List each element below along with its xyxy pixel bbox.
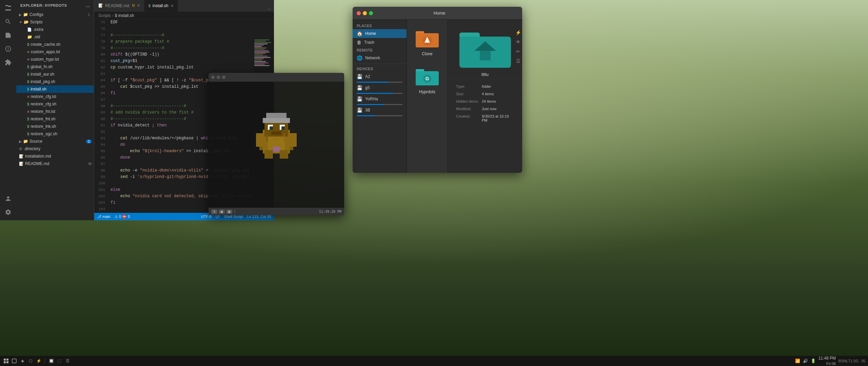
- statusbar-errors[interactable]: ⚠ 0 ⛔ 0: [115, 215, 130, 219]
- fm-maximize-button[interactable]: [369, 11, 373, 15]
- tab-readme-close[interactable]: ✕: [137, 3, 140, 8]
- taskbar-right: 📶 🔊 🔋 11:48 PM Fri 06 BSNL71.5G 35: [795, 356, 865, 366]
- device-g5-fill: [357, 93, 393, 94]
- fm-device-3b[interactable]: 💾 3B: [353, 106, 407, 115]
- activity-explorer[interactable]: [3, 3, 14, 14]
- taskbar-icon-5[interactable]: 🔲: [48, 358, 55, 364]
- term-button-1[interactable]: [211, 76, 215, 79]
- device-g5-progress: [357, 93, 402, 94]
- term-time-area: 11:39:20 PM: [319, 210, 341, 214]
- activity-settings[interactable]: [3, 207, 14, 218]
- fm-sidebar-network[interactable]: 🌐 Network: [353, 54, 407, 62]
- fm-close-button[interactable]: [357, 11, 361, 15]
- svg-rect-26: [263, 118, 290, 123]
- taskbar-icon-1[interactable]: [11, 358, 18, 364]
- sidebar-item-restore-lnk[interactable]: $ restore_lnk.sh: [16, 123, 94, 130]
- terminal-content[interactable]: A ■ ■ | 11:39:20 PM: [209, 82, 344, 215]
- sidebar-item-install-pkg[interactable]: $ install_pkg.sh: [16, 78, 94, 85]
- svg-rect-43: [4, 361, 6, 363]
- sidebar-item-source[interactable]: ▶ 📁 Source 1: [16, 138, 94, 145]
- sidebar-menu-dots[interactable]: ...: [86, 3, 90, 8]
- activity-debug[interactable]: [3, 43, 14, 54]
- fm-side-actions: ⚡ 👁 ✏ ☰: [514, 27, 522, 66]
- sidebar-item-custom-apps[interactable]: ≡ custom_apps.lst: [16, 48, 94, 56]
- fm-devices-section: Devices: [353, 65, 407, 72]
- code-line: EOF: [111, 19, 274, 26]
- fm-folder-pictures[interactable]: Pictures: [445, 63, 448, 98]
- fm-device-a2[interactable]: 💾 A2: [353, 72, 407, 81]
- sidebar-item-old[interactable]: 📁 .old: [16, 33, 94, 41]
- fm-folder-clone[interactable]: Clone: [412, 25, 442, 60]
- sidebar-item-install-sh[interactable]: $ install.sh: [16, 85, 94, 93]
- tab-readme[interactable]: 📝 README.md M ✕: [94, 0, 144, 12]
- svg-rect-30: [281, 126, 285, 130]
- fm-sidebar-home[interactable]: 🏠 Home: [353, 29, 407, 38]
- tab-install[interactable]: $ install.sh ✕: [144, 0, 178, 12]
- tab-install-close[interactable]: ✕: [171, 4, 174, 8]
- taskbar-icon-6[interactable]: ⬚: [56, 358, 63, 364]
- fm-folder-hyprdots[interactable]: G Hyprdots: [412, 63, 442, 98]
- taskbar-icon-4[interactable]: ⚡: [35, 358, 42, 364]
- fm-minimize-button[interactable]: [363, 11, 367, 15]
- statusbar-branch[interactable]: ⎇ main: [97, 215, 111, 219]
- home-icon: 🏠: [357, 31, 362, 36]
- fm-action-1[interactable]: ⚡: [514, 28, 522, 37]
- taskbar-icon-7[interactable]: ☰: [64, 358, 71, 364]
- pokemon-display: [211, 84, 341, 196]
- term-indicator-mid: ■: [219, 209, 225, 214]
- sidebar-item-restore-cfg-sh[interactable]: $ restore_cfg.sh: [16, 100, 94, 108]
- fm-device-yorha[interactable]: 💾 YoRHa: [353, 95, 407, 103]
- sidebar-item-restore-sgz[interactable]: $ restore_sgz.sh: [16, 130, 94, 138]
- hyprdots-folder-icon: G: [415, 67, 439, 87]
- activity-bar-bottom: [0, 193, 16, 218]
- fm-action-4[interactable]: ☰: [514, 57, 522, 65]
- sidebar-item-installation-md[interactable]: 📝 installation.md: [16, 152, 94, 160]
- sidebar-header: EXPLORER: HYPRDOTS ...: [16, 0, 94, 11]
- fm-sidebar-trash[interactable]: 🗑 Trash: [353, 38, 407, 47]
- activity-bar: [0, 0, 16, 220]
- sidebar-item-readme[interactable]: 📝 README.md M: [16, 160, 94, 167]
- taskbar-clock[interactable]: 11:48 PM Fri 06: [818, 356, 836, 366]
- fm-divider: [353, 64, 407, 64]
- fm-info-panel: tittu Type: folder Size: 4 items Hidden …: [448, 20, 522, 173]
- fm-action-2[interactable]: 👁: [514, 38, 522, 46]
- fm-device-g5[interactable]: 💾 g5: [353, 83, 407, 92]
- taskbar-divider: [45, 358, 45, 364]
- sidebar-item-scripts[interactable]: ▼ 📂 Scripts: [16, 18, 94, 26]
- sidebar-item-configs[interactable]: ▶ 📁 Configs 1: [16, 11, 94, 18]
- sidebar-item-directory[interactable]: ⚙ .directory: [16, 145, 94, 152]
- sidebar-item-extra[interactable]: 📄 .extra: [16, 26, 94, 33]
- term-button-2[interactable]: [217, 76, 220, 79]
- sidebar-item-install-aur[interactable]: $ install_aur.sh: [16, 70, 94, 78]
- sidebar-item-global-fn[interactable]: $ global_fn.sh: [16, 63, 94, 70]
- drive-icon: 💾: [357, 85, 362, 90]
- fm-places-section: Places: [353, 22, 407, 29]
- svg-rect-42: [6, 359, 8, 361]
- sidebar-item-restore-cfg-lst[interactable]: ≡ restore_cfg.lst: [16, 93, 94, 100]
- sidebar-resize-handle[interactable]: [94, 0, 94, 220]
- tittu-folder-icon: [458, 26, 512, 70]
- fm-folder-downloads[interactable]: Downloads: [445, 25, 448, 60]
- activity-search[interactable]: [3, 16, 14, 27]
- term-button-3[interactable]: [222, 76, 225, 79]
- sidebar-item-create-cache[interactable]: $ create_cache.sh: [16, 41, 94, 48]
- activity-git[interactable]: [3, 30, 14, 41]
- fm-folder-info: Type: folder Size: 4 items Hidden items:…: [448, 80, 522, 127]
- taskbar-app-menu[interactable]: [3, 358, 9, 364]
- sidebar-item-restore-fnt-lst[interactable]: ≡ restore_fnt.lst: [16, 108, 94, 115]
- fm-main-area: Clone Downloads: [407, 20, 448, 173]
- taskbar-icon-3[interactable]: ⬡: [27, 358, 34, 364]
- tray-battery[interactable]: 🔋: [811, 359, 816, 363]
- code-line: [111, 26, 274, 32]
- tray-volume[interactable]: 🔊: [803, 359, 808, 363]
- sidebar-item-restore-fnt-sh[interactable]: $ restore_fnt.sh: [16, 115, 94, 123]
- tray-wifi[interactable]: 📶: [795, 359, 800, 363]
- sidebar-item-custom-hypr[interactable]: ≡ custom_hypr.lst: [16, 56, 94, 63]
- activity-profile[interactable]: [3, 193, 14, 204]
- activity-extensions[interactable]: [3, 57, 14, 68]
- taskbar-icon-2[interactable]: ◈: [19, 358, 26, 364]
- editor-menu-dots[interactable]: ···: [267, 6, 271, 12]
- info-row-type: Type: folder: [452, 83, 518, 90]
- taskbar-time: 11:48 PM: [818, 356, 836, 361]
- fm-action-3[interactable]: ✏: [514, 47, 522, 56]
